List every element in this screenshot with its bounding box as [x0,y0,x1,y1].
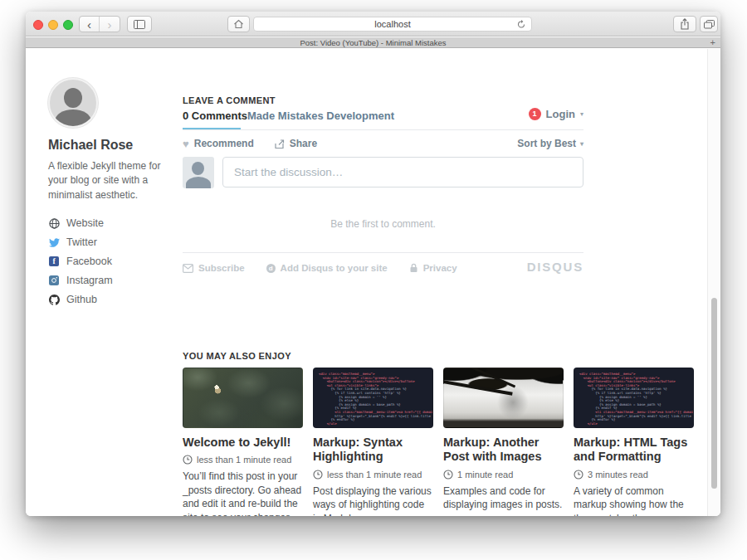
sidebar-link-label: Twitter [66,236,97,248]
page-content: Michael Rose A flexible Jekyll theme for… [26,49,720,516]
sidebar-item-facebook[interactable]: f Facebook [48,256,164,267]
minimize-window-button[interactable] [48,20,58,30]
reload-icon[interactable] [516,19,526,30]
scrollbar-thumb[interactable] [711,298,717,489]
privacy-link[interactable]: Privacy [409,263,457,273]
sidebar-item-instagram[interactable]: Instagram [48,275,164,286]
tab-comments[interactable]: 0 Comments [183,110,247,122]
tab-overview-button[interactable] [700,16,718,32]
history-nav-group: ‹ › [79,16,120,32]
chevron-down-icon: ▾ [580,110,583,118]
sort-label: Sort by Best [517,138,576,149]
zoom-window-button[interactable] [63,20,73,30]
share-thread-button[interactable]: Share [274,138,317,149]
github-icon [48,294,60,305]
author-links: Website Twitter f Facebook [48,217,164,305]
sidebar-item-twitter[interactable]: Twitter [48,236,164,248]
login-label: Login [546,108,575,120]
share-arrow-icon [274,139,285,149]
disqus-logo[interactable]: DISQUS [527,260,583,274]
recommend-button[interactable]: ♥ Recommend [183,138,254,149]
chevron-down-icon: ▾ [580,140,583,148]
sidebar-toggle-button[interactable] [127,16,152,32]
card-title[interactable]: Welcome to Jekyll! [183,436,303,450]
scrollbar-track[interactable] [707,49,720,516]
card-meta: 3 minutes read [574,470,694,480]
disqus-header: 0 Comments Made Mistakes Development 1 L… [183,110,583,128]
avatar [48,78,98,128]
code-screenshot-thumbnail[interactable]: <div class="masthead__menu"> <nav id="si… [313,368,433,428]
community-link[interactable]: Made Mistakes Development [247,110,394,122]
read-time: 3 minutes read [588,470,648,480]
card-excerpt: Post displaying the various ways of high… [313,485,433,516]
browser-toolbar: ‹ › localhost [26,12,720,37]
recommend-label: Recommend [194,138,254,149]
card-title[interactable]: Markup: Another Post with Images [443,436,564,465]
clock-icon [443,470,453,480]
divider [183,252,583,253]
related-card: Welcome to Jekyll! less than 1 minute re… [183,368,303,516]
facebook-icon: f [48,256,60,267]
trees-photo-thumbnail[interactable] [443,368,564,428]
card-excerpt: Examples and code for displaying images … [443,485,564,512]
home-icon [233,19,244,29]
read-time: less than 1 minute read [197,455,291,465]
divider [183,129,583,130]
home-button[interactable] [227,16,250,32]
related-card: Markup: Another Post with Images 1 minut… [443,368,564,516]
subscribe-link[interactable]: Subscribe [183,263,245,273]
heart-icon: ♥ [183,139,189,149]
moss-photo-thumbnail[interactable] [183,368,303,428]
card-excerpt: You’ll find this post in your _posts dir… [183,470,303,516]
card-title[interactable]: Markup: HTML Tags and Formatting [574,436,694,465]
screenshot-stage: ‹ › localhost [0,0,747,560]
sidebar-link-label: Facebook [66,256,112,267]
leave-comment-heading: LEAVE A COMMENT [183,95,276,105]
card-excerpt: A variety of common markup showing how t… [574,485,694,516]
privacy-label: Privacy [423,263,457,273]
clock-icon [574,470,583,480]
share-button[interactable] [673,16,696,32]
add-disqus-link[interactable]: d Add Disqus to your site [266,263,388,273]
sidebar-link-label: Github [66,294,97,305]
code-screenshot-thumbnail[interactable]: <div class="masthead__menu"> <nav id="si… [574,368,694,428]
card-title[interactable]: Markup: Syntax Highlighting [313,436,433,465]
related-posts: Welcome to Jekyll! less than 1 minute re… [183,368,694,516]
tabs-icon [704,20,715,29]
add-disqus-label: Add Disqus to your site [281,263,388,273]
clock-icon [313,470,323,480]
address-bar[interactable]: localhost [253,17,532,32]
comment-input[interactable] [222,157,583,187]
login-menu[interactable]: 1 Login ▾ [529,108,583,120]
empty-thread-message: Be the first to comment. [183,218,583,230]
clock-icon [183,455,193,465]
forward-button[interactable]: › [100,17,120,32]
author-sidebar: Michael Rose A flexible Jekyll theme for… [48,78,164,313]
envelope-icon [183,264,193,273]
card-meta: 1 minute read [443,470,564,480]
sidebar-item-github[interactable]: Github [48,294,164,305]
sidebar-link-label: Instagram [66,275,113,286]
instagram-icon [48,275,60,286]
login-badge: 1 [529,108,541,120]
safari-window: ‹ › localhost [26,12,720,516]
related-card: <div class="masthead__menu"> <nav id="si… [574,368,694,516]
back-button[interactable]: ‹ [80,17,100,32]
new-tab-button[interactable]: + [710,37,715,48]
related-heading: YOU MAY ALSO ENJOY [183,351,291,361]
comment-composer [183,157,583,188]
sidebar-link-label: Website [66,217,104,229]
sort-menu[interactable]: Sort by Best ▾ [517,138,583,149]
url-text: localhost [374,19,410,29]
close-window-button[interactable] [33,20,43,30]
globe-icon [48,217,60,229]
card-meta: less than 1 minute read [183,455,303,465]
sidebar-item-website[interactable]: Website [48,217,164,229]
active-tab[interactable]: Post: Video (YouTube) - Minimal Mistakes [26,37,720,48]
share-label: Share [290,138,317,149]
twitter-icon [48,236,60,248]
disqus-actions: ♥ Recommend Share Sort by Best ▾ [183,137,583,150]
read-time: 1 minute read [457,470,513,480]
related-card: <div class="masthead__menu"> <nav id="si… [313,368,433,516]
lock-icon [409,263,418,273]
